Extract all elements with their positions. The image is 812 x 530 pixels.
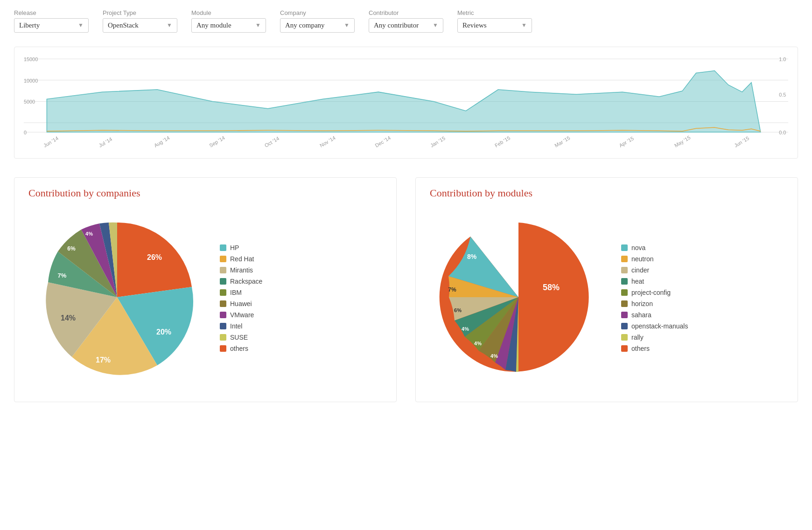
legend-huawei-label: Huawei bbox=[230, 300, 252, 307]
project-type-select[interactable]: OpenStack ▼ bbox=[103, 18, 177, 33]
module-label: Module bbox=[191, 9, 266, 16]
mpie-label-7: 7% bbox=[448, 286, 456, 293]
svg-text:May '15: May '15 bbox=[673, 134, 692, 148]
legend-cinder: cinder bbox=[621, 266, 688, 274]
legend-huawei: Huawei bbox=[220, 300, 262, 307]
modules-pie-svg: 58% 8% 7% 6% 4% 4% 4% bbox=[430, 209, 607, 386]
legend-vmware-color bbox=[220, 312, 226, 318]
pie-label-4: 4% bbox=[85, 231, 93, 237]
legend-neutron-label: neutron bbox=[631, 255, 653, 263]
company-select[interactable]: Any company ▼ bbox=[280, 18, 355, 33]
legend-others-companies-color bbox=[220, 345, 226, 352]
metric-label: Metric bbox=[457, 9, 532, 16]
legend-suse-color bbox=[220, 334, 226, 341]
legend-others-modules-color bbox=[621, 345, 628, 352]
contributor-label: Contributor bbox=[369, 9, 443, 16]
legend-others-companies: others bbox=[220, 345, 262, 352]
legend-neutron-color bbox=[621, 256, 628, 262]
legend-vmware-label: VMware bbox=[230, 311, 254, 319]
svg-text:0.5: 0.5 bbox=[779, 92, 786, 98]
companies-legend: HP Red Hat Mirantis Rackspace IBM bbox=[220, 244, 262, 352]
legend-nova: nova bbox=[621, 244, 688, 251]
legend-heat: heat bbox=[621, 278, 688, 285]
legend-ibm-label: IBM bbox=[230, 289, 242, 296]
legend-openstack-manuals: openstack-manuals bbox=[621, 322, 688, 330]
module-select[interactable]: Any module ▼ bbox=[191, 18, 266, 33]
legend-intel: Intel bbox=[220, 322, 262, 330]
legend-mirantis: Mirantis bbox=[220, 266, 262, 274]
bottom-sections: Contribution by companies bbox=[14, 177, 798, 402]
companies-pie-wrap: 26% 20% 17% 14% 7% 6% 4% bbox=[28, 209, 206, 388]
mpie-label-4a: 4% bbox=[462, 326, 469, 332]
project-type-label: Project Type bbox=[103, 9, 177, 16]
module-filter: Module Any module ▼ bbox=[191, 9, 266, 33]
legend-openstack-manuals-label: openstack-manuals bbox=[631, 322, 688, 330]
metric-arrow-icon: ▼ bbox=[521, 22, 527, 29]
svg-text:0.0: 0.0 bbox=[779, 130, 786, 135]
legend-ibm-color bbox=[220, 289, 226, 296]
legend-nova-color bbox=[621, 244, 628, 251]
legend-hp-color bbox=[220, 244, 226, 251]
legend-rackspace-label: Rackspace bbox=[230, 278, 262, 285]
legend-rally: rally bbox=[621, 334, 688, 341]
companies-pie-svg: 26% 20% 17% 14% 7% 6% 4% bbox=[28, 209, 206, 386]
release-arrow-icon: ▼ bbox=[78, 22, 84, 29]
mpie-label-6: 6% bbox=[454, 307, 462, 313]
release-label: Release bbox=[14, 9, 89, 16]
project-type-filter: Project Type OpenStack ▼ bbox=[103, 9, 177, 33]
project-type-arrow-icon: ▼ bbox=[167, 22, 172, 29]
legend-nova-label: nova bbox=[631, 244, 645, 251]
svg-text:0: 0 bbox=[24, 130, 27, 135]
company-filter: Company Any company ▼ bbox=[280, 9, 355, 33]
svg-text:Nov '14: Nov '14 bbox=[319, 135, 336, 148]
modules-pie-container: 58% 8% 7% 6% 4% 4% 4% nova neutron bbox=[430, 209, 784, 388]
legend-project-config-color bbox=[621, 289, 628, 296]
legend-heat-label: heat bbox=[631, 278, 644, 285]
legend-cinder-color bbox=[621, 267, 628, 273]
legend-hp-label: HP bbox=[230, 244, 239, 251]
contributor-arrow-icon: ▼ bbox=[433, 22, 438, 29]
legend-rally-label: rally bbox=[631, 334, 644, 341]
timeline-svg: 15000 10000 5000 0 1.0 0.5 0.0 Jun '14 J… bbox=[24, 54, 788, 153]
legend-hp: HP bbox=[220, 244, 262, 251]
release-select[interactable]: Liberty ▼ bbox=[14, 18, 89, 33]
company-value: Any company bbox=[285, 21, 325, 29]
modules-pie-wrap: 58% 8% 7% 6% 4% 4% 4% bbox=[430, 209, 607, 388]
legend-vmware: VMware bbox=[220, 311, 262, 319]
companies-pie-container: 26% 20% 17% 14% 7% 6% 4% HP Red Hat bbox=[28, 209, 382, 388]
svg-text:Mar '15: Mar '15 bbox=[553, 135, 571, 148]
release-filter: Release Liberty ▼ bbox=[14, 9, 89, 33]
legend-intel-label: Intel bbox=[230, 322, 242, 330]
legend-horizon-label: horizon bbox=[631, 300, 653, 307]
pie-label-17: 17% bbox=[96, 356, 111, 364]
legend-others-modules: others bbox=[621, 345, 688, 352]
metric-select[interactable]: Reviews ▼ bbox=[457, 18, 532, 33]
svg-text:Jun '14: Jun '14 bbox=[42, 135, 59, 148]
pie-label-6: 6% bbox=[67, 245, 76, 252]
contributor-select[interactable]: Any contributor ▼ bbox=[369, 18, 443, 33]
module-arrow-icon: ▼ bbox=[255, 22, 261, 29]
svg-text:5000: 5000 bbox=[24, 99, 35, 105]
legend-neutron: neutron bbox=[621, 255, 688, 263]
svg-text:Feb '15: Feb '15 bbox=[494, 135, 511, 148]
legend-others-modules-label: others bbox=[631, 345, 650, 352]
legend-huawei-color bbox=[220, 300, 226, 307]
svg-text:Oct '14: Oct '14 bbox=[264, 135, 280, 148]
legend-rally-color bbox=[621, 334, 628, 341]
release-value: Liberty bbox=[19, 21, 40, 29]
legend-sahara-color bbox=[621, 312, 628, 318]
legend-rackspace-color bbox=[220, 278, 226, 285]
legend-horizon-color bbox=[621, 300, 628, 307]
legend-redhat-color bbox=[220, 256, 226, 262]
mpie-label-8: 8% bbox=[467, 253, 477, 260]
filters-bar: Release Liberty ▼ Project Type OpenStack… bbox=[14, 9, 798, 33]
legend-heat-color bbox=[621, 278, 628, 285]
legend-sahara-label: sahara bbox=[631, 311, 651, 319]
pie-label-7: 7% bbox=[58, 272, 67, 279]
svg-text:Jun '15: Jun '15 bbox=[733, 135, 750, 148]
svg-text:15000: 15000 bbox=[24, 56, 38, 62]
legend-openstack-manuals-color bbox=[621, 323, 628, 329]
legend-project-config-label: project-config bbox=[631, 289, 671, 296]
svg-text:Sep '14: Sep '14 bbox=[208, 135, 225, 148]
mpie-label-58: 58% bbox=[543, 283, 560, 292]
